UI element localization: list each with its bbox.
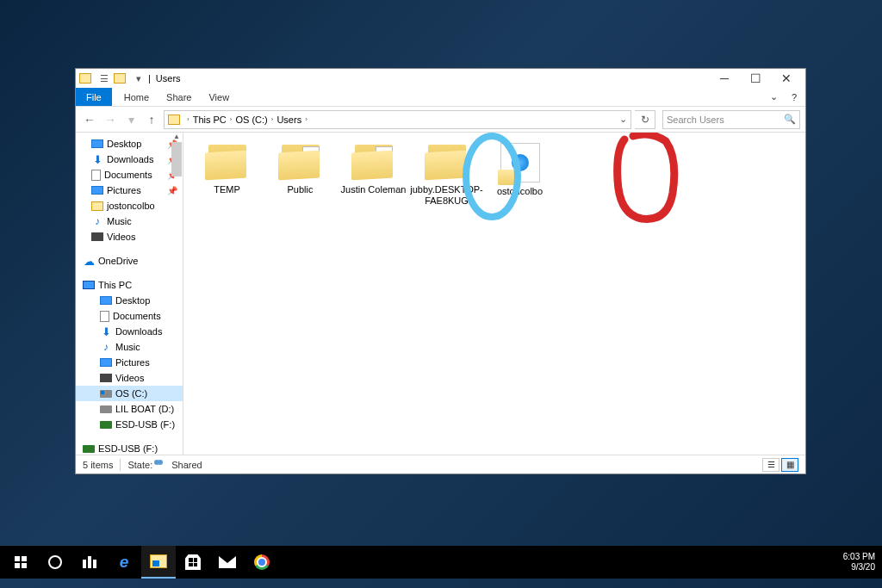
- item-label: jubby.DESKTOP-FAE8KUG: [410, 184, 483, 206]
- item-count: 5 items: [83, 460, 113, 470]
- refresh-button[interactable]: ↻: [635, 110, 655, 129]
- nav-pc-pictures[interactable]: Pictures: [76, 355, 183, 370]
- qat-newfolder-icon[interactable]: [114, 73, 126, 84]
- usb-drive-icon: [83, 445, 95, 453]
- svg-rect-2: [22, 556, 27, 561]
- state-value: Shared: [171, 460, 202, 470]
- file-list-view[interactable]: TEMP Public Justin Coleman jubby.DESKTOP…: [183, 133, 805, 455]
- nav-thispc[interactable]: This PC: [76, 277, 183, 293]
- chevron-right-icon[interactable]: ›: [305, 115, 307, 123]
- scroll-up-icon[interactable]: ▲: [173, 133, 180, 140]
- document-icon: [100, 311, 109, 322]
- download-icon: ⬇: [100, 325, 112, 337]
- svg-rect-3: [15, 563, 20, 568]
- nav-recent-dropdown[interactable]: ▾: [122, 111, 140, 128]
- ribbon-expand-icon[interactable]: ⌄: [765, 88, 783, 106]
- folder-item[interactable]: Justin Coleman: [337, 139, 410, 221]
- nav-back-button[interactable]: ←: [81, 111, 98, 128]
- item-label: Justin Coleman: [341, 184, 407, 195]
- desktop-icon: [91, 139, 103, 148]
- nav-pc-documents[interactable]: Documents: [76, 308, 183, 324]
- folder-icon: [278, 143, 323, 181]
- nav-onedrive[interactable]: ☁OneDrive: [76, 253, 183, 269]
- tab-home[interactable]: Home: [115, 88, 158, 106]
- nav-drive-lilboat[interactable]: LIL BOAT (D:): [76, 401, 183, 417]
- pictures-icon: [91, 186, 103, 195]
- folder-icon: [425, 143, 469, 181]
- search-icon: 🔍: [784, 114, 796, 125]
- folder-item[interactable]: jubby.DESKTOP-FAE8KUG: [410, 139, 483, 221]
- nav-drive-esd[interactable]: ESD-USB (F:): [76, 417, 183, 432]
- tab-share[interactable]: Share: [158, 88, 200, 106]
- chevron-right-icon[interactable]: ›: [230, 115, 233, 123]
- shared-icon: [156, 460, 168, 470]
- search-input[interactable]: Search Users 🔍: [662, 110, 800, 129]
- store-button[interactable]: [176, 546, 210, 579]
- svg-rect-1: [15, 556, 20, 561]
- folder-item[interactable]: Public: [264, 139, 337, 221]
- windows-icon: [15, 556, 28, 569]
- nav-pc-music[interactable]: ♪Music: [76, 339, 183, 355]
- store-icon: [185, 554, 201, 570]
- view-details-button[interactable]: ☰: [762, 458, 780, 472]
- address-bar[interactable]: › This PC › OS (C:) › Users › ⌄: [164, 110, 631, 129]
- search-placeholder: Search Users: [667, 115, 724, 125]
- address-folder-icon: [168, 115, 180, 125]
- crumb-drive[interactable]: OS (C:): [235, 115, 267, 125]
- nav-scrollbar[interactable]: ▲: [171, 133, 183, 455]
- item-label: ostoncolbo: [497, 186, 543, 197]
- nav-removable[interactable]: ESD-USB (F:): [76, 441, 183, 455]
- nav-pc-videos[interactable]: Videos: [76, 370, 183, 386]
- nav-forward-button[interactable]: →: [102, 111, 119, 128]
- qat-properties-icon[interactable]: ☰: [98, 72, 110, 84]
- folder-icon: [205, 143, 250, 181]
- close-button[interactable]: ✕: [771, 69, 802, 88]
- file-item[interactable]: ostoncolbo: [483, 139, 556, 221]
- video-icon: [100, 374, 112, 382]
- edge-button[interactable]: e: [107, 546, 141, 579]
- maximize-button[interactable]: ☐: [740, 69, 771, 88]
- chrome-icon: [254, 554, 270, 570]
- window-title: Users: [156, 73, 181, 84]
- pictures-icon: [100, 358, 112, 367]
- chevron-right-icon[interactable]: ›: [187, 115, 189, 123]
- file-explorer-button[interactable]: [141, 546, 176, 579]
- start-button[interactable]: [3, 546, 38, 579]
- system-tray[interactable]: 6:03 PM 9/3/20: [843, 552, 879, 573]
- nav-music[interactable]: ♪Music: [76, 214, 183, 229]
- mail-icon: [219, 556, 236, 568]
- view-large-icons-button[interactable]: ▦: [781, 458, 798, 472]
- nav-videos[interactable]: Videos: [76, 229, 183, 244]
- music-icon: ♪: [100, 341, 112, 353]
- chrome-button[interactable]: [245, 546, 279, 579]
- qat-dropdown-icon[interactable]: ▾: [133, 72, 145, 84]
- nav-userfolder[interactable]: jostoncolbo: [76, 198, 183, 214]
- tab-view[interactable]: View: [200, 88, 238, 106]
- folder-item[interactable]: TEMP: [190, 139, 264, 221]
- onedrive-icon: ☁: [83, 255, 95, 267]
- document-icon: [91, 170, 101, 181]
- nav-toolbar: ← → ▾ ↑ › This PC › OS (C:) › Users › ⌄ …: [76, 107, 805, 133]
- help-button[interactable]: ?: [783, 88, 805, 106]
- nav-pictures[interactable]: Pictures📌: [76, 183, 183, 198]
- minimize-button[interactable]: ─: [709, 69, 740, 88]
- scroll-thumb[interactable]: [171, 142, 182, 176]
- nav-desktop[interactable]: Desktop📌: [76, 136, 183, 152]
- cortana-button[interactable]: [38, 546, 72, 579]
- status-bar: 5 items State: Shared ☰ ▦: [76, 455, 805, 473]
- crumb-folder[interactable]: Users: [276, 115, 301, 125]
- nav-downloads[interactable]: ⬇Downloads📌: [76, 152, 183, 167]
- mail-button[interactable]: [210, 546, 245, 579]
- crumb-thispc[interactable]: This PC: [193, 115, 227, 125]
- ribbon-tabs: File Home Share View ⌄ ?: [76, 88, 805, 107]
- nav-documents[interactable]: Documents📌: [76, 167, 183, 183]
- tab-file[interactable]: File: [76, 88, 112, 106]
- nav-pc-desktop[interactable]: Desktop: [76, 293, 183, 308]
- address-dropdown-icon[interactable]: ⌄: [619, 114, 627, 125]
- nav-drive-os[interactable]: OS (C:): [76, 386, 183, 401]
- nav-pc-downloads[interactable]: ⬇Downloads: [76, 324, 183, 339]
- nav-up-button[interactable]: ↑: [143, 111, 160, 128]
- task-view-button[interactable]: [72, 546, 107, 579]
- drive-icon: [100, 405, 112, 413]
- chevron-right-icon[interactable]: ›: [271, 115, 274, 123]
